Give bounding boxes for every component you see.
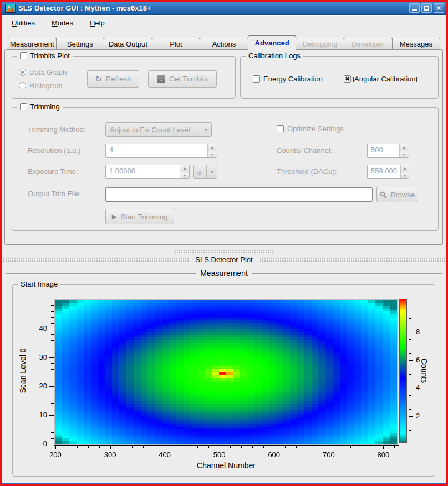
tickmark — [409, 402, 411, 402]
axisline — [409, 300, 409, 444]
tickmark — [409, 423, 411, 423]
calibration-logs-group: Calibration Logs Energy Calibration Angu… — [240, 56, 439, 99]
tickmark — [409, 318, 411, 319]
trimming-method-label: Trimming Method: — [28, 125, 85, 134]
tickmark — [176, 446, 176, 448]
tab-advanced[interactable]: Advanced — [248, 35, 297, 50]
ticklabel: 6 — [416, 356, 429, 365]
tickmark — [51, 398, 54, 398]
window-title: SLS Detector GUI : Mythen - mcs6x18+ — [18, 4, 408, 12]
start-trimming-button[interactable]: ▶ Start Trimming — [105, 209, 174, 224]
tickmark — [296, 446, 297, 448]
measurement-title: Measurement — [200, 269, 248, 278]
maximize-icon — [424, 6, 429, 11]
tickmark — [110, 446, 111, 449]
trimming-checkbox[interactable] — [20, 103, 27, 110]
maximize-button[interactable] — [421, 3, 432, 13]
spin-up-icon[interactable]: ▲ — [400, 144, 409, 151]
tickmark — [187, 446, 187, 448]
tab-data-output[interactable]: Data Output — [104, 38, 152, 50]
exposure-unit-select[interactable]: s ▼ — [193, 165, 217, 179]
data-graph-radio[interactable] — [19, 69, 26, 76]
tickmark — [51, 438, 54, 439]
colorbar — [399, 299, 407, 443]
spin-up-icon[interactable]: ▲ — [208, 144, 217, 151]
histogram-label: Histogram — [29, 81, 62, 90]
threshold-spinbox[interactable]: 559.000 ▲▼ — [367, 165, 409, 179]
counts-channel-spinbox[interactable]: 500 ▲▼ — [367, 144, 409, 158]
start-image-group: Start Image Scan Level 0 Channel Number … — [12, 284, 435, 477]
minimize-button[interactable] — [409, 3, 420, 13]
splitter-handle[interactable] — [174, 249, 274, 253]
app-logo-icon — [5, 4, 16, 13]
angular-calibration-checkbox[interactable] — [344, 75, 351, 83]
tickmark — [241, 446, 242, 448]
magnifier-icon — [380, 191, 387, 198]
heatmap-plot: Scan Level 0 Channel Number Counts 20030… — [13, 285, 435, 476]
advanced-tab-page: Trimbits Plot Data Graph Histogram ↻ Ref… — [4, 49, 443, 245]
tickmark — [51, 427, 54, 427]
browse-button[interactable]: Browse — [376, 187, 418, 202]
ticklabel: 200 — [42, 451, 69, 459]
tab-bar: Measurement Settings Data Output Plot Ac… — [8, 35, 440, 49]
optimize-settings-checkbox[interactable] — [277, 125, 284, 132]
download-arrow-icon: ↓ — [157, 75, 165, 83]
energy-calibration-checkbox[interactable] — [253, 75, 260, 83]
tickmark — [252, 446, 253, 448]
dock-grip-left[interactable] — [3, 257, 189, 262]
tickmark — [49, 329, 54, 329]
exposure-time-label: Exposure Time: — [28, 167, 78, 176]
tab-plot[interactable]: Plot — [152, 38, 201, 50]
spin-down-icon[interactable]: ▼ — [180, 172, 189, 179]
spin-up-icon[interactable]: ▲ — [180, 165, 189, 172]
ticklabel: 40 — [26, 324, 47, 333]
tab-settings[interactable]: Settings — [56, 38, 105, 50]
trimbits-plot-group: Trimbits Plot Data Graph Histogram ↻ Ref… — [12, 56, 236, 99]
heatmap-canvas[interactable] — [54, 299, 398, 445]
spin-down-icon[interactable]: ▼ — [401, 172, 409, 179]
angular-calibration-label: Angular Calibration — [354, 75, 416, 83]
output-trim-file-input[interactable] — [105, 187, 373, 202]
dock-grip-right[interactable] — [259, 257, 445, 262]
tab-developer[interactable]: Developer — [344, 38, 393, 50]
tab-actions[interactable]: Actions — [200, 38, 248, 50]
histogram-radio[interactable] — [19, 82, 26, 89]
resolution-spinbox[interactable]: 4 ▲▼ — [105, 144, 217, 158]
tickmark — [51, 323, 54, 324]
trimming-title: Trimming — [30, 103, 60, 111]
close-icon: × — [437, 4, 441, 12]
ticklabel: 400 — [151, 451, 179, 459]
tickmark — [121, 446, 121, 448]
exposure-time-spinbox[interactable]: 1.00000 ▲▼ — [105, 165, 190, 179]
tickmark — [409, 325, 411, 325]
tab-debugging[interactable]: Debugging — [296, 38, 344, 50]
tickmark — [409, 332, 413, 332]
menu-help[interactable]: Help — [85, 17, 109, 29]
spin-down-icon[interactable]: ▼ — [400, 151, 409, 158]
spin-up-icon[interactable]: ▲ — [401, 165, 409, 172]
tickmark — [409, 409, 411, 410]
refresh-button[interactable]: ↻ Refresh — [87, 70, 139, 88]
tickmark — [329, 446, 329, 449]
tickmark — [55, 446, 56, 449]
tickmark — [51, 410, 54, 410]
close-button[interactable]: × — [434, 3, 444, 13]
tab-messages[interactable]: Messages — [392, 38, 441, 50]
spin-down-icon[interactable]: ▼ — [208, 151, 217, 158]
menu-utilities[interactable]: Utilities — [7, 17, 39, 29]
tickmark — [132, 446, 133, 448]
tickmark — [307, 446, 307, 448]
axisline — [54, 300, 54, 444]
get-trimbits-button[interactable]: ↓ Get Trimbits — [148, 70, 217, 88]
tickmark — [409, 360, 413, 361]
tickmark — [373, 446, 373, 448]
menu-modes[interactable]: Modes — [47, 17, 78, 29]
chevron-down-icon: ▼ — [206, 165, 217, 178]
trimming-method-select[interactable]: Adjust to Fix Count Level ▼ — [105, 122, 212, 137]
tickmark — [51, 305, 54, 306]
tab-measurement[interactable]: Measurement — [8, 38, 57, 50]
trimbits-plot-checkbox[interactable] — [20, 52, 27, 59]
data-graph-label: Data Graph — [29, 68, 67, 76]
x-axis-title: Channel Number — [143, 461, 309, 470]
plot-dock-titlebar: SLS Detector Plot — [3, 254, 445, 264]
